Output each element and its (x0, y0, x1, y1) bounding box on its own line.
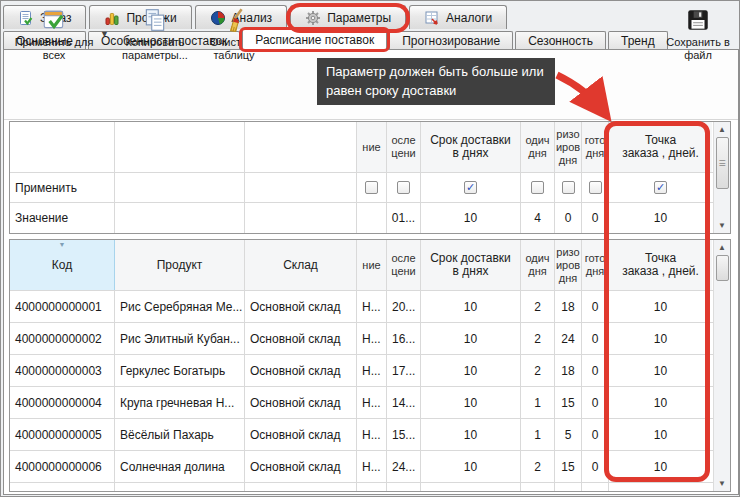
cell[interactable]: 24... (387, 451, 421, 482)
table-row[interactable]: 4000000000005 Вёсёлый Пахарь Основной ск… (10, 419, 713, 451)
table-row[interactable]: 4000000000002 Рис Элитный Кубан... Основ… (10, 323, 713, 355)
cell[interactable]: 10 (421, 451, 521, 482)
cell[interactable]: Н... (357, 451, 387, 482)
subtab-forecasting[interactable]: Прогнозирование (389, 31, 513, 50)
cell[interactable]: 2 (521, 451, 555, 482)
cell[interactable]: 10 (421, 419, 521, 450)
cell[interactable]: 0 (582, 419, 609, 450)
table-row[interactable]: 4000000000004 Крупа гречневая Н... Основ… (10, 387, 713, 419)
column-header-order-point[interactable]: Точказаказа , дней. (609, 240, 712, 290)
column-header[interactable]: одичдня (521, 122, 555, 172)
cell[interactable]: 10 (421, 291, 521, 322)
tab-parameters[interactable]: Параметры (290, 5, 406, 29)
column-header[interactable]: ризоировдня (555, 122, 582, 172)
cell[interactable]: 24 (555, 323, 582, 354)
cell[interactable]: 0 (555, 203, 582, 233)
cell[interactable]: 2 (521, 323, 555, 354)
column-header-delivery-days[interactable]: Срок доставкив днях (421, 122, 521, 172)
column-header[interactable]: ризоировдня (555, 240, 582, 290)
column-header[interactable]: одичдня (521, 240, 555, 290)
cell[interactable] (245, 203, 357, 233)
scroll-thumb[interactable]: ☰ (716, 137, 729, 189)
cell[interactable]: 10 (421, 387, 521, 418)
cell-product[interactable]: Рис Элитный Кубан... (115, 323, 245, 354)
cell[interactable]: 4 (521, 203, 555, 233)
cell-code[interactable]: 4000000000005 (10, 419, 115, 450)
cell-order-point[interactable]: 10 (609, 355, 712, 386)
checkbox[interactable] (365, 181, 378, 194)
checkbox[interactable] (531, 181, 544, 194)
cell[interactable]: 10 (421, 203, 521, 233)
apply-row[interactable]: Применить (10, 173, 713, 203)
column-header-product[interactable]: Продукт (115, 240, 245, 290)
table-row[interactable]: 4000000000006 Солнечная долина Основной … (10, 451, 713, 483)
column-header[interactable]: ние (357, 240, 387, 290)
checkbox[interactable] (397, 181, 410, 194)
cell[interactable]: Н... (357, 291, 387, 322)
cell[interactable] (115, 173, 245, 202)
cell[interactable]: Н... (357, 355, 387, 386)
cell-order-point[interactable]: 10 (609, 387, 712, 418)
cell[interactable]: 5 (555, 419, 582, 450)
table-row[interactable]: 4000000000001 Рис Серебряная Ме... Основ… (10, 291, 713, 323)
cell[interactable]: 1 (521, 387, 555, 418)
product-grid-scrollbar[interactable]: ▲ ▼ (713, 240, 730, 491)
parameter-grid-scrollbar[interactable]: ▲ ☰ ▼ (713, 122, 730, 233)
column-header[interactable]: готодня (582, 122, 609, 172)
column-header-order-point[interactable]: Точказаказа , дней. (609, 122, 712, 172)
subtab-supply-schedule[interactable]: Расписание поставок (242, 29, 387, 50)
subtab-trend[interactable]: Тренд (608, 31, 668, 50)
cell[interactable]: Н... (357, 419, 387, 450)
cell-order-point[interactable]: 10 (609, 451, 712, 482)
apply-for-all-button[interactable]: Применить для всех (9, 3, 99, 69)
cell[interactable]: 2 (521, 291, 555, 322)
cell[interactable]: 0 (582, 291, 609, 322)
cell[interactable]: 17... (387, 355, 421, 386)
checkbox[interactable] (464, 181, 477, 194)
cell-code[interactable]: 4000000000002 (10, 323, 115, 354)
tab-analogs[interactable]: Аналоги (409, 5, 507, 29)
table-row[interactable]: 4000000000003 Геркулес Богатырь Основной… (10, 355, 713, 387)
cell[interactable]: 0 (582, 203, 609, 233)
cell[interactable]: 01... (387, 203, 421, 233)
cell-code[interactable]: 4000000000004 (10, 387, 115, 418)
column-header[interactable]: ослецени (387, 122, 421, 172)
cell[interactable]: 0 (582, 323, 609, 354)
cell[interactable] (357, 203, 387, 233)
cell[interactable]: 10 (421, 323, 521, 354)
cell-code[interactable]: 4000000000001 (10, 291, 115, 322)
checkbox[interactable] (654, 181, 667, 194)
cell-warehouse[interactable]: Основной склад (245, 419, 357, 450)
cell[interactable]: 15 (555, 387, 582, 418)
cell-product[interactable]: Солнечная долина (115, 451, 245, 482)
scroll-down-arrow[interactable]: ▼ (715, 218, 730, 233)
cell-code[interactable]: 4000000000006 (10, 451, 115, 482)
cell[interactable]: 0 (582, 355, 609, 386)
cell[interactable]: 16... (387, 323, 421, 354)
cell-warehouse[interactable]: Основной склад (245, 291, 357, 322)
cell-warehouse[interactable]: Основной склад (245, 451, 357, 482)
cell[interactable]: 20... (387, 291, 421, 322)
cell[interactable] (245, 173, 357, 202)
column-header[interactable]: ослецени (387, 240, 421, 290)
scroll-up-arrow[interactable]: ▲ (715, 122, 730, 137)
cell-order-point[interactable]: 10 (609, 291, 712, 322)
cell-product[interactable]: Геркулес Богатырь (115, 355, 245, 386)
cell[interactable]: 1 (521, 419, 555, 450)
checkbox[interactable] (562, 181, 575, 194)
cell[interactable]: 0 (582, 387, 609, 418)
cell-order-point[interactable]: 10 (609, 419, 712, 450)
column-header-code[interactable]: ▼Код (10, 240, 115, 290)
scroll-down-arrow[interactable]: ▼ (715, 476, 730, 491)
cell[interactable]: 18 (555, 291, 582, 322)
cell[interactable] (115, 203, 245, 233)
cell[interactable]: 18 (555, 355, 582, 386)
cell[interactable]: 10 (421, 355, 521, 386)
cell-warehouse[interactable]: Основной склад (245, 323, 357, 354)
cell-product[interactable]: Рис Серебряная Ме... (115, 291, 245, 322)
copy-parameters-button[interactable]: Копировать параметры... (113, 3, 197, 69)
scroll-up-arrow[interactable]: ▲ (715, 240, 730, 255)
value-row[interactable]: Значение 01... 10 4 0 0 10 (10, 203, 713, 233)
cell[interactable]: 10 (609, 203, 712, 233)
column-header[interactable]: готодня (582, 240, 609, 290)
